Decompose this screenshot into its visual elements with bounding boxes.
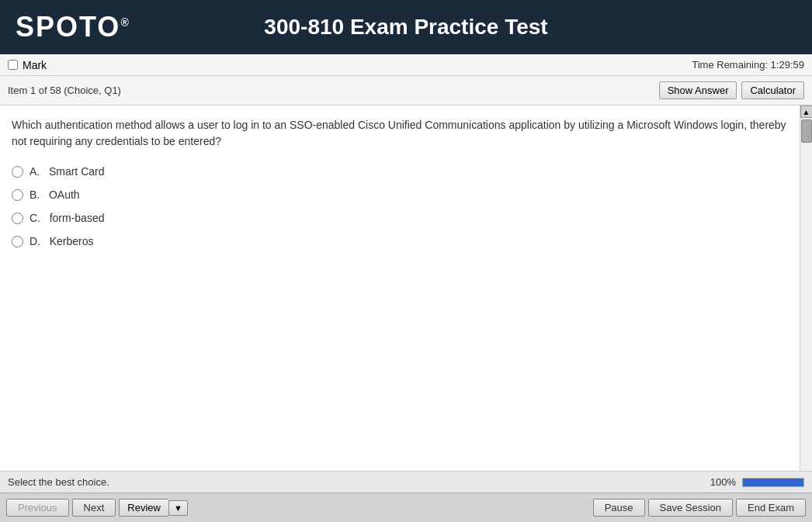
option-a-radio[interactable]: [12, 166, 23, 178]
option-c-label[interactable]: C. form-based: [29, 212, 104, 224]
option-d-letter: D.: [29, 235, 47, 247]
header: SPOTO® 300-810 Exam Practice Test: [0, 0, 812, 54]
previous-button[interactable]: Previous: [6, 499, 69, 517]
list-item: A. Smart Card: [12, 165, 788, 178]
option-a-label[interactable]: A. Smart Card: [29, 165, 104, 178]
option-d-label[interactable]: D. Kerberos: [29, 235, 93, 247]
review-button[interactable]: Review: [119, 499, 168, 517]
option-d-radio[interactable]: [12, 236, 23, 247]
list-item: B. OAuth: [12, 188, 788, 201]
scroll-up-arrow[interactable]: ▲: [800, 105, 813, 118]
review-dropdown-arrow[interactable]: ▼: [168, 500, 188, 516]
top-bar: Mark Time Remaining: 1:29:59: [0, 54, 812, 76]
option-a-letter: A.: [29, 165, 46, 178]
progress-bar-fill: [743, 479, 803, 486]
logo-reg: ®: [120, 16, 130, 29]
progress-bar-bg: [742, 478, 804, 487]
question-actions: Show Answer Calculator: [659, 81, 804, 99]
option-b-letter: B.: [29, 188, 46, 201]
question-body: Which authentication method allows a use…: [12, 119, 786, 147]
progress-label: 100%: [710, 476, 736, 488]
answer-options: A. Smart Card B. OAuth C. form-based: [12, 165, 788, 247]
scroll-thumb[interactable]: [801, 119, 812, 143]
option-b-text: OAuth: [49, 188, 80, 201]
logo-text: SPOTO: [16, 11, 120, 43]
pause-button[interactable]: Pause: [593, 499, 645, 517]
exam-title: 300-810 Exam Practice Test: [264, 15, 547, 40]
scrollbar[interactable]: ▲: [800, 105, 812, 471]
next-button[interactable]: Next: [72, 499, 116, 517]
list-item: C. form-based: [12, 212, 788, 224]
mark-checkbox[interactable]: [8, 60, 18, 70]
show-answer-button[interactable]: Show Answer: [659, 81, 737, 99]
save-session-button[interactable]: Save Session: [648, 499, 734, 517]
question-area: Which authentication method allows a use…: [0, 105, 800, 471]
option-b-label[interactable]: B. OAuth: [29, 188, 80, 201]
main-content: Which authentication method allows a use…: [0, 105, 812, 471]
end-exam-button[interactable]: End Exam: [736, 499, 806, 517]
logo: SPOTO®: [16, 11, 130, 43]
mark-label[interactable]: Mark: [23, 59, 47, 71]
option-c-letter: C.: [29, 212, 47, 224]
option-c-radio[interactable]: [12, 213, 23, 224]
list-item: D. Kerberos: [12, 235, 788, 247]
question-bar: Item 1 of 58 (Choice, Q1) Show Answer Ca…: [0, 76, 812, 105]
option-b-radio[interactable]: [12, 189, 23, 201]
status-text: Select the best choice.: [8, 476, 109, 488]
review-btn-container: Review ▼: [119, 499, 188, 517]
timer-text: Time Remaining: 1:29:59: [692, 59, 804, 71]
status-bar: Select the best choice. 100%: [0, 471, 812, 493]
bottom-bar: Previous Next Review ▼ Pause Save Sessio…: [0, 493, 812, 522]
progress-container: 100%: [710, 476, 804, 488]
option-d-text: Kerberos: [50, 235, 94, 247]
option-a-text: Smart Card: [49, 165, 105, 178]
calculator-button[interactable]: Calculator: [741, 81, 804, 99]
question-text: Which authentication method allows a use…: [12, 117, 788, 150]
option-c-text: form-based: [50, 212, 105, 224]
mark-container[interactable]: Mark: [8, 59, 47, 71]
question-info: Item 1 of 58 (Choice, Q1): [8, 85, 121, 96]
